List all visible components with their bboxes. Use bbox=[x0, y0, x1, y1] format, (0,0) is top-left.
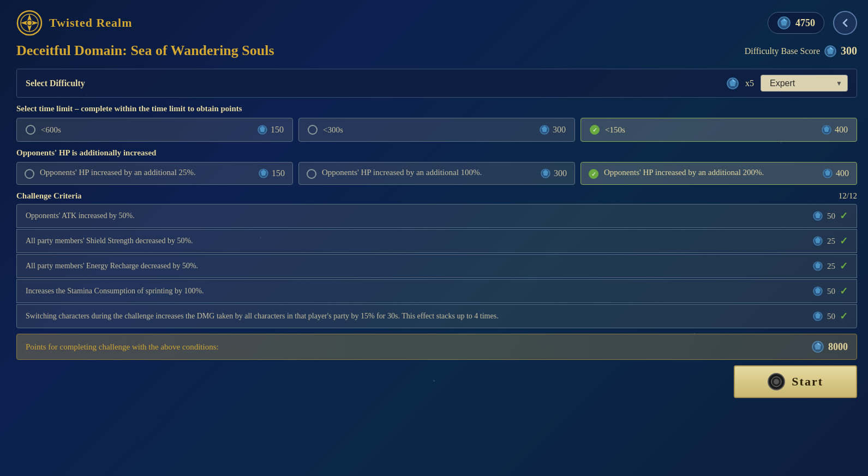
gem-icon-c1 bbox=[813, 211, 823, 221]
gem-icon-c2 bbox=[813, 236, 823, 246]
criteria-text-3: All party members' Energy Recharge decre… bbox=[26, 262, 804, 270]
criteria-item-5: Switching characters during the challeng… bbox=[16, 304, 857, 328]
domain-title: Deceitful Domain: Sea of Wandering Souls bbox=[16, 43, 274, 59]
gem-icon-hp25 bbox=[259, 168, 268, 178]
start-button[interactable]: Start bbox=[734, 365, 857, 398]
criteria-points-1: 50 bbox=[827, 212, 835, 221]
checkmark-1: ✓ bbox=[840, 210, 848, 222]
radio-hp-25 bbox=[25, 169, 34, 179]
checkmark-4: ✓ bbox=[840, 285, 848, 297]
criteria-points-2: 25 bbox=[827, 237, 835, 246]
criteria-points-4: 50 bbox=[827, 287, 835, 296]
start-icon-inner bbox=[771, 376, 782, 387]
radio-hp-200 bbox=[589, 169, 598, 179]
criteria-label: Challenge Criteria bbox=[16, 191, 82, 201]
hp-200-points: 400 bbox=[836, 168, 849, 178]
criteria-item-2: All party members' Shield Strength decre… bbox=[16, 229, 857, 253]
radio-hp-100 bbox=[307, 169, 316, 179]
start-btn-icon bbox=[768, 373, 785, 390]
checkmark-5: ✓ bbox=[840, 310, 848, 322]
checkmark-3: ✓ bbox=[840, 260, 848, 272]
time-option-600[interactable]: <600s 150 bbox=[16, 118, 293, 142]
difficulty-score-value: 300 bbox=[841, 45, 857, 57]
logo-icon bbox=[16, 10, 43, 36]
hp-100-points: 300 bbox=[554, 168, 567, 178]
points-gem-icon bbox=[812, 341, 824, 353]
app-title: Twisted Realm bbox=[49, 16, 133, 30]
header-bar: Twisted Realm 4750 bbox=[16, 5, 857, 40]
criteria-item-1: Opponents' ATK increased by 50%. 50 ✓ bbox=[16, 204, 857, 228]
svg-point-39 bbox=[774, 379, 779, 384]
criteria-points-5: 50 bbox=[827, 312, 835, 321]
criteria-item-4: Increases the Stamina Consumption of spr… bbox=[16, 279, 857, 303]
time-600-points: 150 bbox=[271, 125, 284, 135]
header-right: 4750 bbox=[768, 11, 857, 35]
gem-icon-hp100 bbox=[541, 168, 550, 178]
hp-option-100[interactable]: Opponents' HP increased by an additional… bbox=[298, 162, 575, 185]
time-300-text: <300s bbox=[323, 125, 343, 135]
criteria-item-3: All party members' Energy Recharge decre… bbox=[16, 254, 857, 278]
hp-100-text: Opponents' HP increased by an additional… bbox=[322, 168, 482, 177]
hp-options: Opponents' HP increased by an additional… bbox=[16, 162, 857, 185]
difficulty-select[interactable]: Expert Hard Normal Easy bbox=[761, 75, 848, 92]
header-left: Twisted Realm bbox=[16, 10, 133, 36]
gem-icon-c4 bbox=[813, 286, 823, 296]
hp-section-label: Opponents' HP is additionally increased bbox=[16, 148, 857, 158]
criteria-points-3: 25 bbox=[827, 262, 835, 271]
radio-600 bbox=[26, 125, 35, 135]
time-option-300[interactable]: <300s 300 bbox=[298, 118, 575, 142]
multiplier-gem-icon bbox=[727, 77, 739, 89]
hp-option-200[interactable]: Opponents' HP increased by an additional… bbox=[580, 162, 857, 185]
points-bar: Points for completing challenge with the… bbox=[16, 334, 857, 360]
difficulty-gem-icon bbox=[824, 45, 836, 57]
time-150-points: 400 bbox=[835, 125, 848, 135]
select-difficulty-row: Select Difficulty x5 Expert Hard Normal … bbox=[16, 69, 857, 98]
gem-icon-300 bbox=[540, 125, 549, 135]
currency-display: 4750 bbox=[768, 12, 824, 34]
multiplier-area: x5 Expert Hard Normal Easy bbox=[727, 75, 848, 92]
radio-150 bbox=[590, 125, 600, 135]
criteria-count: 12/12 bbox=[839, 191, 857, 201]
difficulty-score-area: Difficulty Base Score 300 bbox=[745, 45, 857, 57]
start-btn-area: Start bbox=[16, 365, 857, 398]
points-bar-label: Points for completing challenge with the… bbox=[26, 342, 219, 352]
time-limit-section-label: Select time limit – complete within the … bbox=[16, 104, 857, 113]
hp-option-25[interactable]: Opponents' HP increased by an additional… bbox=[16, 162, 293, 185]
checkmark-2: ✓ bbox=[840, 235, 848, 247]
difficulty-select-wrapper[interactable]: Expert Hard Normal Easy bbox=[761, 75, 848, 92]
hp-200-text: Opponents' HP increased by an additional… bbox=[604, 168, 764, 177]
currency-gem-icon bbox=[777, 16, 791, 30]
gem-icon-hp200 bbox=[823, 168, 833, 178]
radio-300 bbox=[308, 125, 318, 135]
svg-point-2 bbox=[27, 21, 32, 25]
gem-icon-c5 bbox=[813, 311, 823, 321]
time-150-text: <150s bbox=[605, 125, 625, 135]
time-300-points: 300 bbox=[553, 125, 566, 135]
criteria-text-2: All party members' Shield Strength decre… bbox=[26, 237, 804, 245]
gem-icon-c3 bbox=[813, 261, 823, 271]
criteria-text-4: Increases the Stamina Consumption of spr… bbox=[26, 287, 804, 296]
difficulty-score-label: Difficulty Base Score bbox=[745, 46, 820, 56]
multiplier-text: x5 bbox=[745, 79, 754, 88]
gem-icon-150 bbox=[822, 125, 831, 135]
currency-value: 4750 bbox=[795, 17, 815, 29]
hp-25-points: 150 bbox=[272, 168, 285, 178]
criteria-text-5: Switching characters during the challeng… bbox=[26, 312, 804, 321]
start-btn-label: Start bbox=[792, 375, 823, 389]
time-limit-options: <600s 150 <300s 300 bbox=[16, 118, 857, 142]
back-button[interactable] bbox=[833, 11, 857, 35]
criteria-list: Opponents' ATK increased by 50%. 50 ✓ Al… bbox=[16, 204, 857, 329]
criteria-text-1: Opponents' ATK increased by 50%. bbox=[26, 212, 804, 220]
hp-25-text: Opponents' HP increased by an additional… bbox=[40, 168, 196, 177]
criteria-header: Challenge Criteria 12/12 bbox=[16, 191, 857, 201]
time-option-150[interactable]: <150s 400 bbox=[580, 118, 857, 142]
gem-icon-600 bbox=[258, 125, 267, 135]
points-total-value: 8000 bbox=[828, 341, 848, 353]
select-difficulty-label: Select Difficulty bbox=[26, 79, 85, 88]
time-600-text: <600s bbox=[41, 125, 61, 135]
